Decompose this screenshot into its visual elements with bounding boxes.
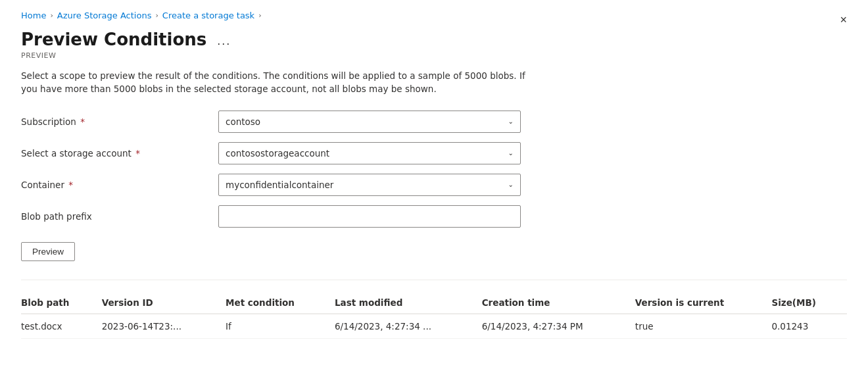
form-section: Subscription * contoso ⌄ Select a storag… [21,111,560,277]
subscription-value: contoso [226,116,260,127]
breadcrumb-azure-storage-actions[interactable]: Azure Storage Actions [57,11,152,20]
blob-path-prefix-label: Blob path prefix [21,211,218,222]
subscription-dropdown[interactable]: contoso ⌄ [218,111,521,133]
cell-met-condition: If [226,314,335,339]
col-size-mb: Size(MB) [771,292,847,314]
subscription-control: contoso ⌄ [218,111,560,133]
cell-version-id: 2023-06-14T23:... [102,314,226,339]
col-version-is-current: Version is current [635,292,772,314]
container-label: Container * [21,180,218,190]
breadcrumb: Home › Azure Storage Actions › Create a … [21,11,847,20]
description-text: Select a scope to preview the result of … [21,69,534,96]
page-header: Preview Conditions ... × [21,30,847,50]
preview-button[interactable]: Preview [21,242,75,261]
storage-account-chevron-icon: ⌄ [508,149,514,157]
table-row: test.docx 2023-06-14T23:... If 6/14/2023… [21,314,847,339]
container-chevron-icon: ⌄ [508,181,514,188]
subscription-row: Subscription * contoso ⌄ [21,111,560,133]
col-blob-path: Blob path [21,292,102,314]
subscription-label: Subscription * [21,116,218,127]
container-required: * [66,180,73,190]
breadcrumb-home[interactable]: Home [21,11,46,20]
col-version-id: Version ID [102,292,226,314]
preview-badge: PREVIEW [21,51,847,60]
storage-account-dropdown[interactable]: contosostorageaccount ⌄ [218,142,521,164]
cell-creation-time: 6/14/2023, 4:27:34 PM [482,314,635,339]
blob-path-prefix-control [218,205,560,228]
table-header: Blob path Version ID Met condition Last … [21,292,847,314]
cell-last-modified: 6/14/2023, 4:27:34 ... [335,314,482,339]
storage-account-control: contosostorageaccount ⌄ [218,142,560,164]
breadcrumb-sep-3: › [258,11,261,20]
breadcrumb-sep-2: › [155,11,158,20]
storage-account-label: Select a storage account * [21,148,218,159]
page-title: Preview Conditions [21,30,206,50]
blob-path-prefix-input[interactable] [218,205,521,228]
subscription-chevron-icon: ⌄ [508,118,514,125]
storage-account-value: contosostorageaccount [226,148,329,159]
blob-path-prefix-row: Blob path prefix [21,205,560,228]
container-control: myconfidentialcontainer ⌄ [218,174,560,196]
storage-account-required: * [133,148,140,159]
container-value: myconfidentialcontainer [226,180,333,190]
breadcrumb-create-storage-task[interactable]: Create a storage task [162,11,254,20]
section-divider [21,280,847,280]
container-dropdown[interactable]: myconfidentialcontainer ⌄ [218,174,521,196]
col-met-condition: Met condition [226,292,335,314]
results-table: Blob path Version ID Met condition Last … [21,292,847,339]
breadcrumb-sep-1: › [50,11,53,20]
table-body: test.docx 2023-06-14T23:... If 6/14/2023… [21,314,847,339]
page-container: Home › Azure Storage Actions › Create a … [0,0,868,355]
container-row: Container * myconfidentialcontainer ⌄ [21,174,560,196]
col-last-modified: Last modified [335,292,482,314]
subscription-required: * [78,116,85,127]
header-left: Preview Conditions ... [21,30,235,50]
cell-size-mb: 0.01243 [771,314,847,339]
cell-version-is-current: true [635,314,772,339]
col-creation-time: Creation time [482,292,635,314]
close-button[interactable]: × [834,11,852,30]
more-options-button[interactable]: ... [213,33,235,49]
cell-blob-path: test.docx [21,314,102,339]
storage-account-row: Select a storage account * contosostorag… [21,142,560,164]
